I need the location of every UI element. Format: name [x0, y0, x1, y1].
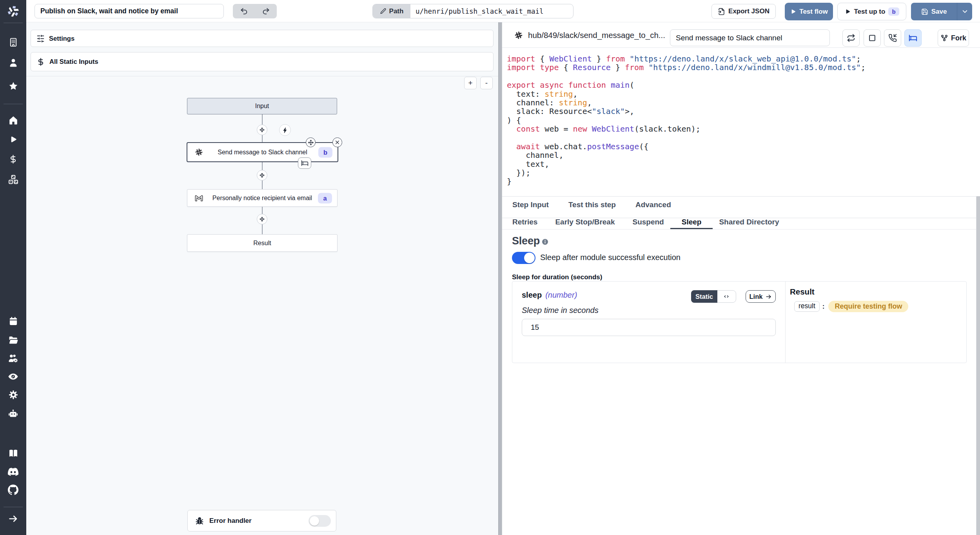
- plus-icon: [259, 172, 265, 179]
- tab-test-this-step[interactable]: Test this step: [568, 201, 616, 209]
- fork-button[interactable]: Fork: [938, 29, 969, 47]
- windmill-logo[interactable]: [0, 0, 26, 22]
- info-icon[interactable]: [541, 238, 549, 246]
- error-handler-toggle[interactable]: [309, 515, 331, 527]
- test-flow-button[interactable]: Test flow: [785, 3, 833, 20]
- zoom-out-button[interactable]: -: [480, 77, 493, 89]
- test-up-to-button[interactable]: Test up to b: [837, 3, 906, 20]
- link-button[interactable]: Link: [746, 290, 776, 303]
- tab-retries[interactable]: Retries: [512, 218, 537, 229]
- redo-button[interactable]: [256, 4, 276, 18]
- sleep-badge[interactable]: [298, 157, 311, 169]
- tabs-secondary: RetriesEarly Stop/BreakSuspendSleepShare…: [502, 218, 980, 230]
- code-lines: import { WebClient } from "https://deno.…: [507, 54, 980, 186]
- sidebar-item-folders[interactable]: [0, 335, 26, 345]
- calendar-icon: [8, 316, 18, 326]
- static-mode-button[interactable]: Static: [691, 290, 717, 303]
- sidebar-item-workers[interactable]: [0, 408, 26, 419]
- tab-sleep[interactable]: Sleep: [670, 218, 713, 229]
- flow-node-result[interactable]: Result: [187, 234, 338, 252]
- step-badge: b: [888, 7, 899, 16]
- input-mode-segmented-control: Static: [691, 290, 736, 303]
- move-node-button[interactable]: [306, 137, 316, 147]
- retries-icon-button[interactable]: [842, 29, 860, 47]
- sidebar-item-workspace[interactable]: [0, 37, 26, 47]
- sidebar-item-schedules[interactable]: [0, 316, 26, 326]
- sidebar-item-github[interactable]: [0, 484, 26, 495]
- export-json-button[interactable]: Export JSON: [711, 4, 776, 19]
- all-static-inputs-bar[interactable]: All Static Inputs: [31, 52, 494, 71]
- book-open-icon: [8, 448, 18, 458]
- sidebar-item-runs[interactable]: [0, 135, 26, 145]
- result-value-pill[interactable]: Require testing flow: [828, 301, 908, 312]
- path-group: Path u/henri/publish_slack_wait_mail: [372, 4, 573, 18]
- bed-icon: [301, 159, 309, 167]
- suspend-icon-button[interactable]: [884, 29, 901, 47]
- sidebar-item-settings[interactable]: [0, 390, 26, 400]
- discord-icon: [8, 466, 18, 477]
- sleep-toggle[interactable]: [512, 252, 535, 264]
- sleep-value-input[interactable]: 15: [522, 319, 776, 336]
- path-label[interactable]: Path: [373, 4, 410, 18]
- tab-suspend[interactable]: Suspend: [633, 218, 664, 229]
- add-step-button-3[interactable]: [257, 214, 267, 224]
- early-stop-icon-button[interactable]: [864, 29, 881, 47]
- arrow-right-icon: [765, 293, 772, 300]
- delete-node-button[interactable]: [332, 137, 342, 147]
- chevron-down-icon: [961, 8, 969, 15]
- flow-graph-panel: Settings All Static Inputs + - Input Sen…: [26, 22, 498, 535]
- error-handler-node[interactable]: Error handler: [187, 510, 336, 531]
- sidebar-item-audit-logs[interactable]: [0, 371, 26, 382]
- bed-icon: [909, 34, 917, 42]
- path-input[interactable]: u/henri/publish_slack_wait_mail: [410, 4, 573, 18]
- sidebar-item-discord[interactable]: [0, 466, 26, 477]
- node-label: Result: [253, 240, 271, 247]
- plus-icon: [259, 127, 265, 133]
- sidebar-collapse-button[interactable]: [0, 513, 26, 524]
- tab-advanced[interactable]: Advanced: [635, 201, 671, 209]
- tab-early-stop-break[interactable]: Early Stop/Break: [555, 218, 615, 229]
- square-icon: [868, 34, 877, 42]
- add-step-button-2[interactable]: [257, 170, 267, 181]
- sidebar-item-variables[interactable]: [0, 154, 26, 164]
- flow-name-input[interactable]: Publish on Slack, wait and notice by ema…: [34, 4, 224, 18]
- code-mode-button[interactable]: [717, 291, 736, 302]
- trigger-button[interactable]: [279, 124, 291, 136]
- sidebar-divider: [4, 23, 23, 23]
- zoom-in-button[interactable]: +: [464, 77, 477, 89]
- flow-node-input[interactable]: Input: [187, 98, 337, 114]
- settings-bar[interactable]: Settings: [31, 30, 494, 47]
- github-icon: [8, 484, 18, 495]
- settings-bar-label: Settings: [49, 35, 74, 42]
- sidebar-item-resources[interactable]: [0, 174, 26, 186]
- flow-node-slack[interactable]: Send message to Slack channel b: [187, 142, 338, 162]
- argument-description: Sleep time in seconds: [522, 306, 599, 315]
- flow-name-text: Publish on Slack, wait and notice by ema…: [40, 7, 178, 15]
- code-editor[interactable]: import { WebClient } from "https://deno.…: [502, 48, 980, 196]
- result-row: result : Require testing flow: [794, 301, 908, 312]
- sidebar-item-user[interactable]: [0, 58, 26, 68]
- save-dropdown-button[interactable]: [957, 3, 972, 20]
- panel-splitter[interactable]: [498, 22, 502, 535]
- sidebar-item-docs[interactable]: [0, 448, 26, 458]
- sleep-icon-button[interactable]: [904, 29, 922, 47]
- add-step-button-1[interactable]: [257, 125, 267, 135]
- sidebar-item-groups[interactable]: [0, 353, 26, 363]
- sleep-heading-text: Sleep: [512, 235, 540, 247]
- slack-hash-icon: [194, 147, 204, 157]
- save-button[interactable]: Save: [911, 3, 957, 20]
- sidebar-item-home[interactable]: [0, 115, 26, 125]
- tab-shared-directory[interactable]: Shared Directory: [719, 218, 779, 229]
- sidebar-item-favorites[interactable]: [0, 81, 26, 91]
- dollar-icon: [36, 58, 45, 66]
- right-panel-scrollbar[interactable]: [976, 196, 980, 535]
- step-detail-panel: hub/849/slack/send_message_to_ch... Send…: [502, 22, 980, 535]
- step-summary-input[interactable]: Send message to Slack channel: [670, 29, 830, 46]
- arrow-right-icon: [8, 513, 18, 524]
- undo-button[interactable]: [234, 4, 254, 18]
- result-colon: :: [822, 303, 825, 311]
- tab-step-input[interactable]: Step Input: [512, 201, 549, 209]
- file-export-icon: [718, 8, 725, 15]
- building-icon: [8, 37, 18, 47]
- flow-node-email[interactable]: Personally notice recipient via email a: [187, 189, 338, 207]
